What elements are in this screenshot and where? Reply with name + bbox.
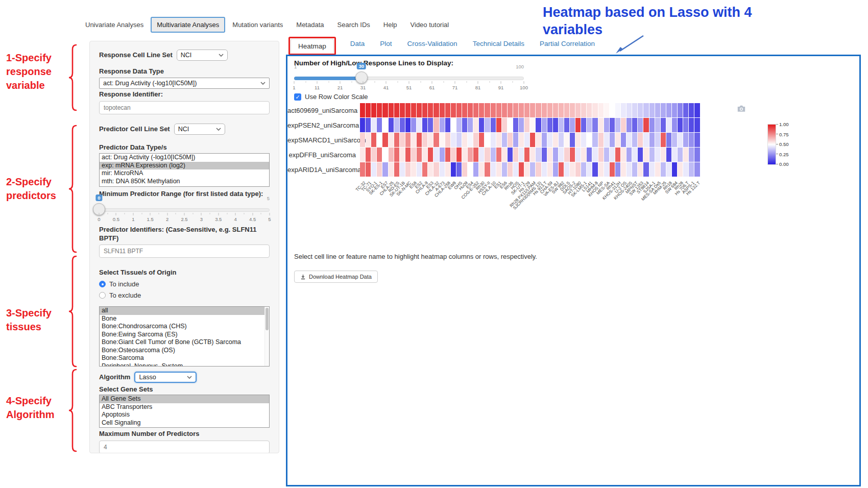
- nav-tab-mutation-variants[interactable]: Mutation variants: [226, 17, 289, 33]
- heatmap-cell[interactable]: [456, 118, 462, 132]
- heatmap-cell[interactable]: [513, 133, 518, 147]
- heatmap-cell[interactable]: [405, 133, 411, 147]
- heatmap-cell[interactable]: [592, 118, 597, 132]
- nav-tab-metadata[interactable]: Metadata: [290, 17, 330, 33]
- heatmap-cell[interactable]: [638, 133, 643, 147]
- heatmap-cell[interactable]: [610, 103, 615, 117]
- heatmap-cell[interactable]: [479, 162, 484, 177]
- heatmap-cell[interactable]: [382, 103, 388, 117]
- heatmap-cell[interactable]: [508, 148, 513, 162]
- heatmap-cell[interactable]: [377, 162, 382, 177]
- heatmap-cell[interactable]: [661, 118, 666, 132]
- heatmap-cell[interactable]: [570, 103, 575, 117]
- heatmap-cell[interactable]: [587, 148, 592, 162]
- predictor-identifiers-input[interactable]: [99, 245, 270, 258]
- heatmap-cell[interactable]: [626, 148, 632, 162]
- heatmap-cell[interactable]: [621, 133, 626, 147]
- heatmap-cell[interactable]: [433, 103, 439, 117]
- heatmap-cell[interactable]: [405, 162, 411, 177]
- heatmap-cell[interactable]: [360, 162, 365, 177]
- heatmap-cell[interactable]: [542, 162, 547, 177]
- list-option-all-gene-sets[interactable]: All Gene Sets: [100, 395, 269, 403]
- heatmap-cell[interactable]: [536, 118, 541, 132]
- heatmap-cell[interactable]: [468, 103, 473, 117]
- heatmap-cell[interactable]: [615, 148, 620, 162]
- heatmap-cell[interactable]: [473, 162, 478, 177]
- heatmap-cell[interactable]: [377, 148, 382, 162]
- heatmap-cell[interactable]: [666, 162, 671, 177]
- tab-cross-validation[interactable]: Cross-Validation: [406, 37, 459, 51]
- heatmap-cell[interactable]: [508, 133, 513, 147]
- heatmap-cell[interactable]: [400, 148, 405, 162]
- heatmap-cell[interactable]: [433, 118, 439, 132]
- heatmap-cell[interactable]: [604, 148, 609, 162]
- response-cell-line-set-select[interactable]: NCI: [177, 50, 228, 61]
- heatmap-cell[interactable]: [440, 148, 445, 162]
- heatmap-cell[interactable]: [553, 103, 558, 117]
- scrollbar[interactable]: [264, 307, 269, 366]
- tab-partial-correlation[interactable]: Partial Correlation: [539, 37, 596, 51]
- heatmap-cell[interactable]: [394, 133, 399, 147]
- heatmap-cell[interactable]: [621, 118, 626, 132]
- scrollbar-thumb[interactable]: [266, 308, 269, 330]
- heatmap-cell[interactable]: [632, 103, 637, 117]
- heatmap-cell[interactable]: [468, 162, 473, 177]
- heatmap-cell[interactable]: [592, 103, 597, 117]
- heatmap-cell[interactable]: [598, 148, 604, 162]
- heatmap-cell[interactable]: [360, 103, 365, 117]
- heatmap-cell[interactable]: [542, 103, 547, 117]
- heatmap-cell[interactable]: [524, 118, 529, 132]
- heatmap-cell[interactable]: [491, 148, 496, 162]
- heatmap-cell[interactable]: [524, 133, 529, 147]
- heatmap-cell[interactable]: [683, 148, 688, 162]
- heatmap-cell[interactable]: [508, 162, 513, 177]
- heatmap-cell[interactable]: [496, 103, 501, 117]
- heatmap-cell[interactable]: [683, 162, 688, 177]
- heatmap-cell[interactable]: [451, 118, 456, 132]
- heatmap-cell[interactable]: [683, 118, 688, 132]
- heatmap-cell[interactable]: [666, 103, 671, 117]
- heatmap-cell[interactable]: [649, 103, 655, 117]
- heatmap-cell[interactable]: [462, 118, 467, 132]
- tissue-include-radio[interactable]: To include: [99, 279, 270, 289]
- heatmap-cell[interactable]: [491, 118, 496, 132]
- heatmap-cell[interactable]: [564, 103, 569, 117]
- heatmap-cell[interactable]: [610, 162, 615, 177]
- heatmap-cell[interactable]: [371, 133, 376, 147]
- heatmap-cell[interactable]: [445, 162, 450, 177]
- list-option-all[interactable]: all: [100, 307, 264, 315]
- heatmap-cell[interactable]: [604, 162, 609, 177]
- heatmap-cell[interactable]: [513, 118, 518, 132]
- tab-technical-details[interactable]: Technical Details: [472, 37, 525, 51]
- heatmap-cell[interactable]: [366, 103, 371, 117]
- heatmap-cell[interactable]: [502, 162, 507, 177]
- heatmap-cell[interactable]: [382, 118, 388, 132]
- heatmap-cell[interactable]: [575, 133, 581, 147]
- heatmap-cell[interactable]: [422, 103, 427, 117]
- heatmap-cell[interactable]: [649, 148, 655, 162]
- heatmap-cell[interactable]: [513, 162, 518, 177]
- heatmap-cell[interactable]: [371, 103, 376, 117]
- heatmap-cell[interactable]: [598, 103, 604, 117]
- heatmap-cell[interactable]: [428, 103, 433, 117]
- heatmap-cell[interactable]: [371, 162, 376, 177]
- heatmap-cell[interactable]: [389, 133, 394, 147]
- nav-tab-help[interactable]: Help: [377, 17, 403, 33]
- heatmap-cell[interactable]: [473, 133, 478, 147]
- heatmap-cell[interactable]: [666, 148, 671, 162]
- heatmap-cell[interactable]: [491, 133, 496, 147]
- heatmap-cell[interactable]: [433, 148, 439, 162]
- heatmap-cell[interactable]: [411, 118, 416, 132]
- heatmap-cell[interactable]: [400, 162, 405, 177]
- heatmap-cell[interactable]: [468, 148, 473, 162]
- heatmap-cell[interactable]: [400, 133, 405, 147]
- heatmap-cell[interactable]: [451, 133, 456, 147]
- nav-tab-multivariate-analyses[interactable]: Multivariate Analyses: [151, 17, 225, 33]
- heatmap-cell[interactable]: [666, 118, 671, 132]
- heatmap-cell[interactable]: [694, 148, 700, 162]
- heatmap-cell[interactable]: [389, 162, 394, 177]
- nav-tab-univariate-analyses[interactable]: Univariate Analyses: [79, 17, 150, 33]
- heatmap-cell[interactable]: [382, 148, 388, 162]
- heatmap-cell[interactable]: [655, 133, 660, 147]
- heatmap-cell[interactable]: [496, 162, 501, 177]
